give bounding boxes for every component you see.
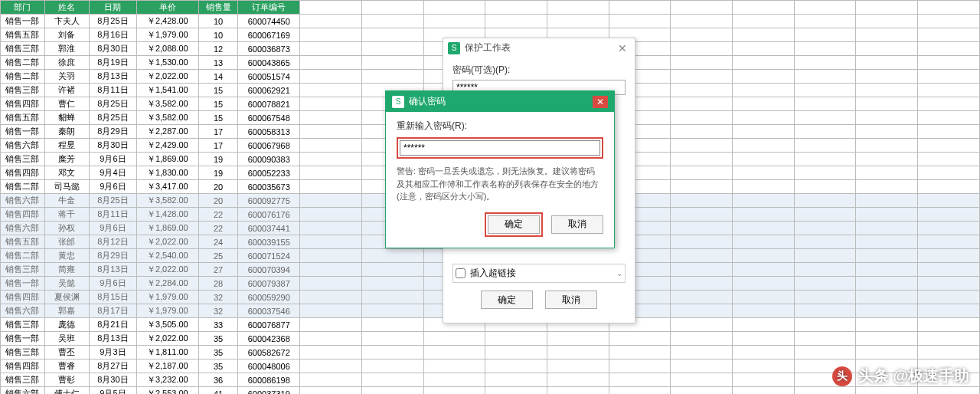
dialog1-title: 保护工作表 [465, 41, 615, 54]
reenter-password-input[interactable] [400, 140, 600, 156]
dialog2-cancel-button[interactable]: 取消 [551, 215, 603, 234]
dialog1-cancel-button[interactable]: 取消 [545, 291, 597, 309]
watermark: 头 头条 @极速手助 [832, 366, 969, 386]
password-label: 密码(可选)(P): [452, 64, 626, 77]
table-row[interactable]: 销售三部曹丕9月3日￥1,811.0035600582672 [1, 346, 980, 360]
table-row[interactable]: 销售六部傅士仁9月5日￥2,553.0041600037319 [1, 387, 980, 395]
insert-hyperlink-label: 插入超链接 [470, 267, 516, 280]
column-header[interactable]: 单价 [136, 1, 198, 15]
watermark-logo-icon: 头 [832, 366, 852, 386]
option-row[interactable]: 插入超链接 ⌄ [452, 264, 626, 283]
close-icon[interactable]: ✕ [593, 96, 608, 108]
insert-hyperlink-checkbox[interactable] [456, 268, 466, 278]
confirm-password-dialog: S 确认密码 ✕ 重新输入密码(R): 警告: 密码一旦丢失或遗忘，则无法恢复。… [385, 90, 615, 248]
table-row[interactable]: 销售一部卞夫人8月25日￥2,428.0010600074450 [1, 15, 980, 28]
close-icon[interactable]: ✕ [615, 42, 630, 54]
reenter-highlight [397, 137, 603, 159]
column-header[interactable]: 部门 [1, 1, 45, 15]
dialog2-title: 确认密码 [409, 95, 593, 108]
table-row[interactable]: 销售一部吴班8月13日￥2,022.0035600042368 [1, 332, 980, 346]
column-header[interactable]: 日期 [89, 1, 136, 15]
ok-highlight: 确定 [485, 212, 543, 237]
column-header[interactable]: 姓名 [44, 1, 89, 15]
chevron-down-icon[interactable]: ⌄ [616, 269, 622, 277]
dialog1-ok-button[interactable]: 确定 [481, 291, 533, 309]
column-header[interactable]: 销售量 [198, 1, 238, 15]
watermark-text: 头条 @极速手助 [858, 366, 969, 386]
column-header[interactable]: 订单编号 [238, 1, 300, 15]
app-icon: S [448, 42, 460, 54]
dialog2-ok-button[interactable]: 确定 [488, 215, 540, 234]
reenter-label: 重新输入密码(R): [397, 120, 603, 133]
app-icon: S [392, 96, 404, 108]
warning-text: 警告: 密码一旦丢失或遗忘，则无法恢复。建议将密码及其相应工作簿和工作表名称的列… [397, 165, 603, 203]
